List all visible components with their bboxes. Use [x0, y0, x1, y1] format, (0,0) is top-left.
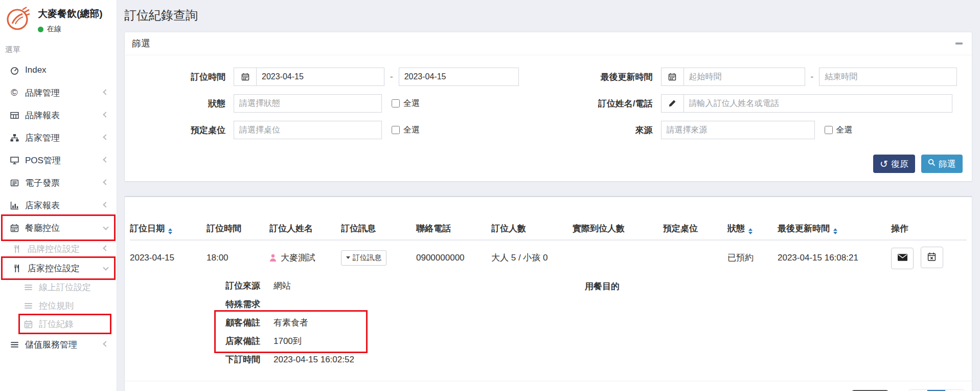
detail-row: 訂位來源 網站 特殊需求 顧客備註 有素食者 [130, 275, 967, 380]
chevron-down-icon [103, 224, 108, 230]
seat-select-all-checkbox[interactable] [392, 126, 400, 134]
pencil-icon [661, 94, 683, 113]
seat-select-input[interactable] [234, 121, 382, 139]
records-panel: 訂位日期 訂位時間 訂位人姓名 訂位訊息 聯絡電話 訂位人數 實際到位人數 預定… [124, 196, 972, 391]
list-icon [21, 283, 35, 292]
booking-date-end-input[interactable] [399, 68, 519, 86]
cell-party-size: 大人 5 / 小孩 0 [491, 240, 573, 275]
chevron-left-icon [103, 112, 108, 117]
detail-special-label: 特殊需求 [130, 299, 260, 310]
invoice-icon [8, 179, 21, 187]
sidebar-item-store-seating-settings[interactable]: 店家控位設定 [0, 258, 117, 278]
cell-status: 已預約 [727, 240, 778, 275]
sort-icon[interactable] [833, 228, 837, 234]
status-select-all-checkbox[interactable] [392, 99, 400, 107]
bar-chart-icon [8, 201, 21, 210]
sitemap-icon [8, 134, 21, 142]
detail-customer-note-value: 有素食者 [274, 317, 308, 329]
sidebar-item-restaurant-seating[interactable]: 餐廳控位 [0, 216, 117, 239]
sidebar-item-booking-records[interactable]: 訂位紀錄 [0, 315, 117, 333]
col-header-party-size: 訂位人數 [491, 218, 573, 240]
calendar-icon [661, 68, 683, 86]
cancel-booking-button[interactable] [921, 247, 943, 268]
detail-source-label: 訂位來源 [130, 280, 260, 292]
status-select-all[interactable]: 全選 [392, 98, 420, 109]
cell-booking-time: 18:00 [207, 240, 269, 275]
detail-purpose-label: 用餐目的 [585, 280, 620, 292]
sort-icon[interactable] [168, 228, 172, 234]
sidebar-item-pos-mgmt[interactable]: POS管理 [0, 149, 117, 171]
col-header-last-update[interactable]: 最後更新時間 [778, 218, 891, 240]
booking-message-dropdown-button[interactable]: 訂位訊息 [341, 250, 386, 266]
col-header-booking-message: 訂位訊息 [341, 218, 416, 240]
sidebar-item-online-booking-settings[interactable]: 線上訂位設定 [0, 278, 117, 296]
chevron-left-icon [103, 202, 108, 207]
chevron-down-icon [103, 265, 108, 270]
sidebar-item-brand-seating-settings[interactable]: 品牌控位設定 [0, 239, 117, 258]
chevron-left-icon [103, 157, 108, 162]
col-header-booking-date[interactable]: 訂位日期 [130, 218, 207, 240]
seat-select-all[interactable]: 全選 [392, 125, 420, 136]
cell-booker-name: 大麥測試 [269, 240, 341, 275]
sidebar-item-store-reports[interactable]: 店家報表 [0, 194, 117, 216]
detail-store-note-label: 店家備註 [130, 336, 260, 347]
source-select-input[interactable] [661, 121, 815, 139]
envelope-icon [898, 254, 907, 263]
sort-icon[interactable] [748, 228, 753, 234]
source-select-all[interactable]: 全選 [825, 125, 853, 136]
update-end-input[interactable] [819, 68, 957, 86]
sidebar-item-store-mgmt[interactable]: 店家管理 [0, 126, 117, 149]
booking-detail: 訂位來源 網站 特殊需求 顧客備註 有素食者 [130, 275, 967, 380]
calendar-icon [234, 68, 256, 86]
cell-actions [891, 240, 967, 275]
table-footer: 從 1 到 1，總共 1 條 顯示 20 條 « 1 » [125, 381, 972, 391]
sidebar-item-label: Index [25, 65, 47, 75]
col-header-booking-time: 訂位時間 [207, 218, 269, 240]
calendar-x-icon [927, 252, 936, 263]
detail-customer-note-label: 顧客備註 [130, 317, 260, 329]
search-button[interactable]: 篩選 [921, 155, 963, 173]
cell-actual-party [573, 240, 663, 275]
table-row: 2023-04-15 18:00 大麥測試 訂位訊息 [130, 240, 967, 275]
detail-store-note-value: 1700到 [274, 336, 302, 347]
list-icon [21, 301, 35, 310]
pager: « 1 » [908, 389, 965, 391]
sidebar-item-label: 品牌管理 [25, 87, 60, 99]
status-label: 狀態 [134, 98, 234, 110]
select-all-label: 全選 [403, 98, 420, 109]
sidebar-item-label: POS管理 [25, 155, 61, 166]
detail-source-value: 網站 [274, 280, 291, 292]
source-select-all-checkbox[interactable] [825, 126, 833, 134]
person-icon [269, 254, 277, 262]
sidebar-item-label: 線上訂位設定 [39, 281, 91, 293]
sidebar-item-index[interactable]: Index [0, 59, 117, 81]
calendar-icon [8, 224, 21, 232]
update-start-input[interactable] [683, 68, 805, 86]
cell-contact-phone: 0900000000 [416, 240, 491, 275]
list-icon [8, 340, 21, 349]
sidebar-item-einvoice[interactable]: 電子發票 [0, 171, 117, 194]
minimize-icon[interactable] [953, 39, 965, 48]
sidebar-item-brand-mgmt[interactable]: © 品牌管理 [0, 81, 117, 104]
status-select-input[interactable] [234, 94, 382, 113]
reset-button[interactable]: ↺ 復原 [873, 155, 915, 173]
booking-date-start-input[interactable] [256, 68, 384, 86]
sidebar-item-label: 控位規則 [39, 300, 74, 312]
name-phone-input[interactable] [683, 94, 952, 113]
sidebar-item-brand-reports[interactable]: 品牌報表 [0, 104, 117, 126]
col-header-seat: 預定桌位 [663, 218, 727, 240]
table-header-row: 訂位日期 訂位時間 訂位人姓名 訂位訊息 聯絡電話 訂位人數 實際到位人數 預定… [130, 218, 967, 240]
sidebar-item-label: 店家報表 [25, 200, 60, 211]
cell-booking-date: 2023-04-15 [130, 240, 207, 275]
copyright-icon: © [8, 88, 21, 97]
sidebar-item-stored-value-services[interactable]: 儲值服務管理 [0, 333, 117, 356]
dashboard-icon [8, 66, 21, 75]
source-label: 來源 [559, 124, 661, 136]
col-header-actions: 操作 [891, 218, 967, 240]
send-message-button[interactable] [891, 248, 914, 269]
col-header-status[interactable]: 狀態 [727, 218, 778, 240]
calendar-icon [21, 320, 35, 329]
online-dot-icon [38, 27, 43, 32]
sidebar-item-label: 電子發票 [25, 177, 60, 189]
sidebar-item-seating-rules[interactable]: 控位規則 [0, 296, 117, 315]
